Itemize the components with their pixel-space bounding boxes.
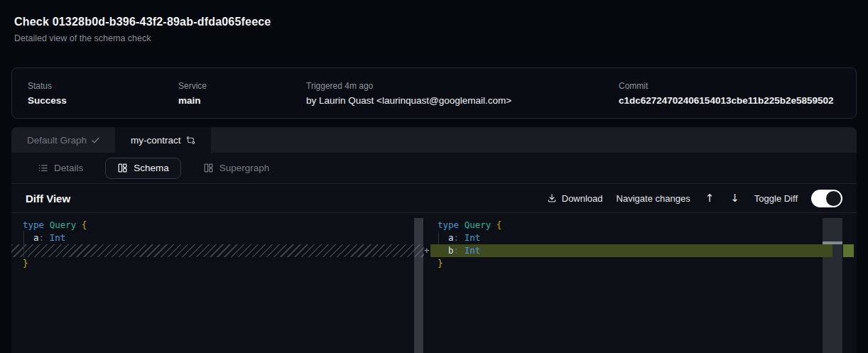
panels-icon [203, 163, 214, 173]
check-meta-card: Status Success Service main Triggered 4m… [11, 67, 857, 119]
page-title: Check 01328b0d-b396-43f2-89ab-dfda065fee… [14, 16, 854, 28]
diff-placeholder-line [11, 244, 424, 257]
diff-view-title: Diff View [26, 192, 70, 205]
meta-service: Service main [178, 81, 306, 106]
check-icon [92, 137, 99, 143]
tab-my-contract[interactable]: my-contract [115, 127, 211, 153]
toggle-diff-switch[interactable] [811, 190, 842, 207]
status-value: Success [28, 95, 178, 106]
status-label: Status [28, 81, 178, 91]
meta-triggered: Triggered 4m ago by Laurin Quast <laurin… [306, 81, 619, 106]
triggered-value: by Laurin Quast <laurinquast@googlemail.… [306, 95, 619, 106]
subtab-details[interactable]: Details [26, 158, 95, 179]
code-line: type Query { [424, 219, 857, 232]
download-label: Download [562, 193, 603, 204]
contract-compare-icon [186, 136, 195, 145]
added-code-line: + b: Int [430, 244, 832, 257]
indent-guide [23, 232, 24, 257]
tab-default-graph[interactable]: Default Graph [11, 127, 115, 153]
subtab-details-label: Details [54, 163, 83, 173]
subtab-supergraph-label: Supergraph [219, 163, 270, 173]
toggle-knob [826, 191, 841, 206]
subtab-schema[interactable]: Schema [105, 158, 181, 179]
next-change-button[interactable]: ↓ [729, 192, 741, 205]
code-line: type Query { [11, 219, 424, 232]
added-line-plus-marker: + [424, 244, 430, 257]
diff-toolbar: Diff View Download Navigate changes ↑ ↓ … [11, 183, 857, 213]
page-subtitle: Detailed view of the schema check [14, 33, 854, 43]
view-subtabs: Details Schema Supergraph [11, 153, 857, 183]
page-header: Check 01328b0d-b396-43f2-89ab-dfda065fee… [0, 0, 868, 43]
left-pane-scrollbar[interactable] [414, 218, 423, 353]
navigate-changes-label: Navigate changes [617, 193, 690, 204]
tab-default-graph-label: Default Graph [27, 135, 87, 146]
added-change-overview-marker [843, 244, 854, 257]
diff-pane-after: type Query { a: Int+ b: Int} [424, 213, 857, 353]
subtab-schema-label: Schema [134, 163, 169, 173]
meta-status: Status Success [28, 81, 178, 106]
download-button[interactable]: Download [547, 193, 603, 204]
graph-tabstrip: Default Graph my-contract [11, 127, 857, 153]
panels-icon [117, 163, 128, 173]
code-line: a: Int [424, 232, 857, 244]
commit-label: Commit [619, 81, 834, 91]
service-label: Service [178, 81, 306, 91]
list-icon [38, 163, 48, 173]
service-value: main [178, 95, 306, 106]
schema-diff-view: type Query { a: Int} type Query { a: Int… [11, 213, 857, 353]
tab-my-contract-label: my-contract [131, 135, 181, 146]
right-pane-scrollbar[interactable] [823, 218, 842, 353]
code-line: } [11, 257, 424, 270]
commit-value: c1dc62724702406154013cbe11b225b2e5859502 [619, 95, 834, 106]
meta-commit: Commit c1dc62724702406154013cbe11b225b2e… [619, 81, 834, 106]
code-line: a: Int [11, 232, 424, 244]
previous-change-button[interactable]: ↑ [704, 192, 716, 205]
download-icon [547, 193, 557, 203]
diff-pane-before: type Query { a: Int} [11, 213, 424, 353]
check-detail-panel: Default Graph my-contract Details Schema [11, 127, 857, 353]
subtab-supergraph[interactable]: Supergraph [191, 158, 282, 179]
triggered-label: Triggered 4m ago [306, 81, 619, 91]
toggle-diff-label: Toggle Diff [754, 193, 798, 204]
diff-actions: Download Navigate changes ↑ ↓ Toggle Dif… [547, 190, 842, 207]
code-line: } [424, 257, 857, 270]
